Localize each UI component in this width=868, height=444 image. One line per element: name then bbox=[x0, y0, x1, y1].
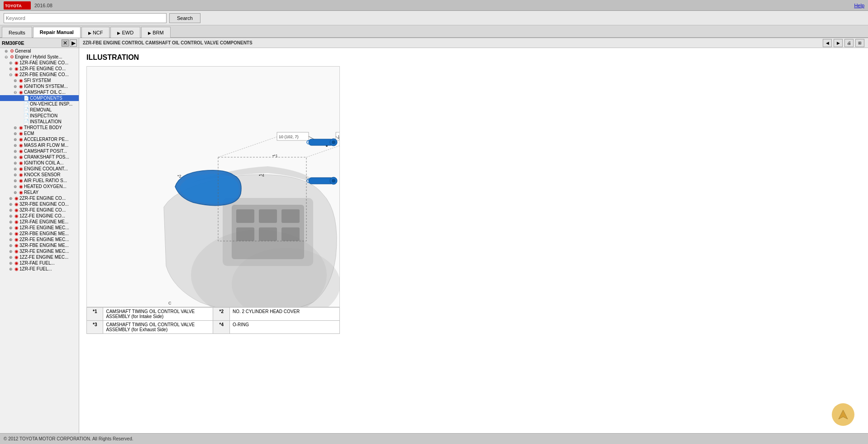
tree-item-inspection[interactable]: 📄 INSPECTION bbox=[0, 113, 79, 119]
tree-item-2zr-fbe-me[interactable]: ⊕ ◉ 2ZR-FBE ENGINE ME... bbox=[0, 231, 79, 236]
help-button[interactable]: Help bbox=[854, 3, 864, 8]
tree-item-label: RELAY bbox=[24, 190, 38, 195]
tab-bar: Results Repair Manual NCF EWD BRM bbox=[0, 25, 868, 38]
tree-item-heated-oxygen[interactable]: ⊕ ◉ HEATED OXYGEN... bbox=[0, 183, 79, 189]
expand-icon: ⊖ bbox=[9, 72, 14, 77]
tree-item-removal[interactable]: 📄 REMOVAL bbox=[0, 107, 79, 113]
tree-item-1zr-fe[interactable]: ⊕ ◉ 1ZR-FE ENGINE CO... bbox=[0, 66, 79, 72]
tree-item-throttle[interactable]: ⊕ ◉ THROTTLE BODY bbox=[0, 125, 79, 130]
left-panel-header: RM30F0E ✕ ▶ bbox=[0, 38, 79, 48]
tree-item-label: 1ZZ-FE ENGINE MEC... bbox=[19, 255, 68, 260]
tree-item-components[interactable]: 📄 COMPONENTS bbox=[0, 95, 79, 101]
content-header: 2ZR-FBE ENGINE CONTROL CAMSHAFT OIL CONT… bbox=[79, 38, 868, 48]
ewd-arrow-icon bbox=[117, 30, 122, 35]
svg-text:C: C bbox=[168, 301, 172, 305]
tree-item-3zr-fbe-me[interactable]: ⊕ ◉ 3ZR-FBE ENGINE ME... bbox=[0, 242, 79, 248]
folder-icon: ◉ bbox=[14, 266, 19, 271]
folder-icon: ◉ bbox=[14, 213, 19, 218]
tree-item-camshaft-oil[interactable]: ⊖ ◉ CAMSHAFT OIL C... bbox=[0, 89, 79, 95]
desc-cell: CAMSHAFT TIMING OIL CONTROL VALVE ASSEMB… bbox=[103, 321, 213, 334]
tab-ncf[interactable]: NCF bbox=[81, 27, 110, 38]
tab-repair-manual[interactable]: Repair Manual bbox=[33, 27, 81, 38]
tree-item-label: 1ZR-FAE ENGINE CO... bbox=[19, 60, 68, 65]
gear-icon: ⚙ bbox=[10, 48, 14, 53]
tab-ewd[interactable]: EWD bbox=[110, 27, 140, 38]
tree-item-3zr-fe-me[interactable]: ⊕ ◉ 3ZR-FE ENGINE MEC... bbox=[0, 248, 79, 254]
print-button[interactable]: 🖨 bbox=[844, 39, 854, 47]
tree-item-1zz-fe[interactable]: ⊕ ◉ 1ZZ-FE ENGINE CO... bbox=[0, 213, 79, 219]
tree-item-ecm[interactable]: ⊕ ◉ ECM bbox=[0, 130, 79, 136]
expand-icon: ⊕ bbox=[9, 220, 14, 224]
tree-item-1zr-fe-me[interactable]: ⊕ ◉ 1ZR-FE ENGINE MEC... bbox=[0, 225, 79, 231]
title-version: 2016.08 bbox=[34, 3, 52, 8]
expand-icon: ⊕ bbox=[14, 78, 19, 83]
tree-item-label: 1ZR-FE ENGINE MEC... bbox=[19, 225, 69, 230]
brm-arrow-icon bbox=[148, 30, 153, 35]
next-page-button[interactable]: ▶ bbox=[834, 39, 843, 47]
expand-icon: ⊕ bbox=[14, 155, 19, 159]
tree-item-sfi[interactable]: ⊕ ◉ SFI SYSTEM bbox=[0, 77, 79, 83]
navigation-icon bbox=[836, 408, 850, 421]
folder-icon: ◉ bbox=[19, 160, 23, 165]
content-area: ILLUSTRATION bbox=[79, 48, 868, 433]
folder-icon: ◉ bbox=[19, 154, 23, 159]
tree-item-1zr-fae-me[interactable]: ⊕ ◉ 1ZR-FAE ENGINE ME... bbox=[0, 219, 79, 225]
svg-rect-7 bbox=[259, 209, 277, 223]
tree-item-installation[interactable]: 📄 INSTALLATION bbox=[0, 119, 79, 125]
doc-icon: 📄 bbox=[24, 107, 29, 112]
tree-item-general[interactable]: ⊕ ⚙ General bbox=[0, 48, 79, 54]
tree-item-3zr-fe[interactable]: ⊕ ◉ 3ZR-FE ENGINE CO... bbox=[0, 207, 79, 213]
expand-icon: ⊕ bbox=[9, 232, 14, 236]
tree-item-2zr-fe-me[interactable]: ⊕ ◉ 2ZR-FE ENGINE MEC... bbox=[0, 236, 79, 242]
tree-item-engine-hybrid[interactable]: ⊖ ⚙ Engine / Hybrid Syste... bbox=[0, 54, 79, 60]
tree-item-air-fuel[interactable]: ⊕ ◉ AIR FUEL RATIO S... bbox=[0, 178, 79, 183]
tree-item-ignition-system[interactable]: ⊕ ◉ IGNITION SYSTEM... bbox=[0, 83, 79, 89]
parts-table: *1 CAMSHAFT TIMING OIL CONTROL VALVE ASS… bbox=[86, 307, 340, 334]
tree-container: ⊕ ⚙ General ⊖ ⚙ Engine / Hybrid Syste...… bbox=[0, 48, 79, 433]
tree-item-1zr-fe-fuel[interactable]: ⊕ ◉ 1ZR-FE FUEL... bbox=[0, 266, 79, 272]
expand-icon: ⊖ bbox=[5, 55, 10, 59]
tree-item-1zr-fae[interactable]: ⊕ ◉ 1ZR-FAE ENGINE CO... bbox=[0, 60, 79, 66]
svg-text:*2: *2 bbox=[177, 174, 181, 179]
expand-icon: ⊖ bbox=[14, 90, 19, 95]
tree-item-label: Engine / Hybrid Syste... bbox=[15, 54, 62, 59]
folder-icon: ◉ bbox=[14, 72, 19, 77]
folder-icon: ◉ bbox=[19, 143, 23, 148]
tree-item-crankshaft-pos[interactable]: ⊕ ◉ CRANKSHAFT POS... bbox=[0, 154, 79, 160]
panel-arrow-button[interactable]: ▶ bbox=[70, 39, 77, 47]
tree-item-engine-coolant[interactable]: ⊕ ◉ ENGINE COOLANT... bbox=[0, 166, 79, 172]
tab-results[interactable]: Results bbox=[2, 27, 32, 38]
tree-item-3zr-fbe[interactable]: ⊕ ◉ 3ZR-FBE ENGINE CO... bbox=[0, 201, 79, 207]
tree-item-1zz-fe-me[interactable]: ⊕ ◉ 1ZZ-FE ENGINE MEC... bbox=[0, 254, 79, 260]
folder-icon: ◉ bbox=[19, 172, 23, 177]
prev-page-button[interactable]: ◀ bbox=[823, 39, 832, 47]
tree-item-2zr-fbe[interactable]: ⊖ ◉ 2ZR-FBE ENGINE CO... bbox=[0, 72, 79, 77]
search-input[interactable] bbox=[4, 13, 167, 23]
tree-item-mass-airflow[interactable]: ⊕ ◉ MASS AIR FLOW M... bbox=[0, 142, 79, 148]
tree-item-label: ENGINE COOLANT... bbox=[24, 166, 68, 171]
folder-icon: ◉ bbox=[19, 190, 23, 195]
expand-icon: ⊕ bbox=[14, 143, 19, 148]
tree-item-ignition-coil[interactable]: ⊕ ◉ IGNITION COIL A... bbox=[0, 160, 79, 166]
tree-item-relay[interactable]: ⊕ ◉ RELAY bbox=[0, 189, 79, 195]
tree-item-on-vehicle[interactable]: 📄 ON-VEHICLE INSP... bbox=[0, 101, 79, 107]
toyota-logo: TOYOTA bbox=[4, 1, 31, 10]
panel-close-button[interactable]: ✕ bbox=[62, 39, 69, 47]
tree-item-1zr-fae-fuel[interactable]: ⊕ ◉ 1ZR-FAE FUEL... bbox=[0, 260, 79, 266]
status-bar: © 2012 TOYOTA MOTOR CORPORATION. All Rig… bbox=[0, 433, 868, 444]
tab-brm[interactable]: BRM bbox=[141, 27, 170, 38]
tree-item-camshaft-pos[interactable]: ⊕ ◉ CAMSHAFT POSIT... bbox=[0, 148, 79, 154]
expand-button[interactable]: ⊞ bbox=[855, 39, 864, 47]
panel-title: RM30F0E bbox=[2, 40, 24, 46]
tree-item-2zr-fe[interactable]: ⊕ ◉ 2ZR-FE ENGINE CO... bbox=[0, 195, 79, 201]
search-button[interactable]: Search bbox=[169, 13, 200, 23]
expand-icon: ⊕ bbox=[14, 173, 19, 177]
tree-item-label: CRANKSHAFT POS... bbox=[24, 154, 69, 159]
tree-item-accelerator[interactable]: ⊕ ◉ ACCELERATOR PE... bbox=[0, 136, 79, 142]
svg-rect-9 bbox=[236, 227, 254, 241]
tree-item-knock-sensor[interactable]: ⊕ ◉ KNOCK SENSOR bbox=[0, 172, 79, 178]
tree-item-label: 1ZZ-FE ENGINE CO... bbox=[19, 213, 65, 218]
tree-item-label: CAMSHAFT OIL C... bbox=[24, 90, 66, 95]
expand-icon: ⊕ bbox=[14, 161, 19, 165]
expand-icon: ⊕ bbox=[14, 84, 19, 89]
